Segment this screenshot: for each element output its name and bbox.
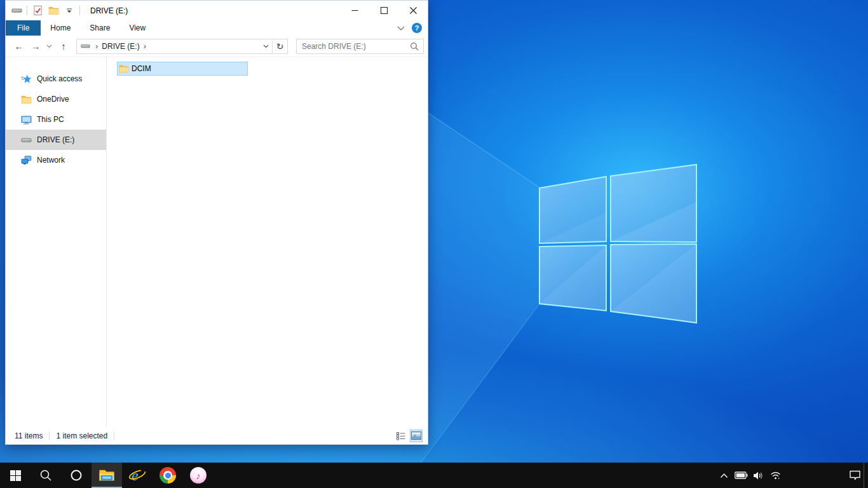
status-bar: 11 items 1 item selected bbox=[6, 427, 428, 444]
tab-file[interactable]: File bbox=[6, 20, 41, 36]
sidebar-item-drive-e[interactable]: DRIVE (E:) bbox=[6, 130, 106, 150]
wifi-icon[interactable] bbox=[767, 463, 784, 488]
details-view-button[interactable] bbox=[395, 430, 407, 442]
start-button[interactable] bbox=[0, 463, 31, 488]
new-folder-button[interactable] bbox=[48, 5, 59, 17]
recent-locations-chevron-icon[interactable] bbox=[44, 44, 54, 48]
address-drive-icon bbox=[81, 41, 90, 51]
file-list[interactable]: DCIM bbox=[107, 57, 428, 427]
sidebar-item-label: Network bbox=[37, 156, 65, 165]
internet-explorer-icon: e bbox=[128, 466, 146, 484]
search-icon bbox=[39, 469, 52, 482]
drive-icon bbox=[21, 135, 32, 146]
tab-view[interactable]: View bbox=[119, 20, 155, 36]
window-title: DRIVE (E:) bbox=[90, 6, 128, 15]
cortana-circle-icon bbox=[70, 469, 83, 482]
navigation-bar: ← → ↑ › DRIVE (E:) › ↻ bbox=[6, 36, 428, 57]
file-explorer-taskbar-button[interactable] bbox=[92, 463, 122, 488]
chrome-taskbar-button[interactable] bbox=[153, 463, 183, 488]
drive-icon bbox=[11, 5, 22, 17]
sidebar-item-network[interactable]: Network bbox=[6, 150, 106, 170]
itunes-taskbar-button[interactable]: ♪ bbox=[183, 463, 214, 488]
chrome-icon bbox=[159, 467, 176, 484]
up-button[interactable]: ↑ bbox=[55, 41, 72, 51]
sidebar-item-label: DRIVE (E:) bbox=[37, 135, 74, 144]
file-name: DCIM bbox=[132, 64, 151, 73]
breadcrumb-separator-icon: › bbox=[93, 42, 100, 50]
large-icons-view-button[interactable] bbox=[410, 430, 423, 442]
selection-count: 1 item selected bbox=[56, 431, 107, 440]
navigation-pane: Quick access OneDrive This PC DRIVE (E:) bbox=[6, 57, 107, 427]
hidden-icons-chevron-icon[interactable] bbox=[715, 463, 733, 488]
ribbon-tabs: File Home Share View ? bbox=[6, 20, 428, 36]
itunes-icon: ♪ bbox=[190, 467, 207, 484]
status-separator bbox=[114, 431, 114, 440]
toolbar-separator bbox=[27, 6, 27, 15]
internet-explorer-taskbar-button[interactable]: e bbox=[122, 463, 153, 488]
tray-empty-area bbox=[784, 463, 846, 488]
tab-share[interactable]: Share bbox=[80, 20, 119, 36]
toolbar-separator bbox=[79, 6, 80, 15]
breadcrumb-drive[interactable]: DRIVE (E:) bbox=[100, 42, 140, 51]
search-box bbox=[296, 39, 424, 54]
music-note-glyph: ♪ bbox=[196, 470, 201, 481]
cortana-button[interactable] bbox=[61, 463, 92, 488]
tab-home[interactable]: Home bbox=[41, 20, 80, 36]
quick-access-toolbar: DRIVE (E:) bbox=[6, 5, 128, 17]
network-icon bbox=[21, 155, 32, 166]
sidebar-item-label: This PC bbox=[37, 115, 64, 124]
sidebar-item-this-pc[interactable]: This PC bbox=[6, 109, 106, 130]
sidebar-item-label: Quick access bbox=[37, 74, 82, 83]
sidebar-item-label: OneDrive bbox=[37, 95, 69, 104]
battery-icon[interactable] bbox=[733, 463, 750, 488]
items-count: 11 items bbox=[15, 431, 43, 440]
maximize-button[interactable] bbox=[369, 1, 398, 20]
sidebar-item-onedrive[interactable]: OneDrive bbox=[6, 89, 106, 109]
forward-button[interactable]: → bbox=[27, 41, 44, 51]
help-button[interactable]: ? bbox=[412, 23, 422, 33]
taskbar: e ♪ bbox=[0, 463, 868, 488]
file-item-dcim[interactable]: DCIM bbox=[117, 62, 248, 76]
title-bar[interactable]: DRIVE (E:) bbox=[6, 1, 428, 20]
show-desktop-button[interactable] bbox=[864, 463, 868, 488]
minimize-button[interactable] bbox=[340, 1, 369, 20]
status-separator bbox=[49, 431, 50, 440]
windows-logo-icon bbox=[10, 470, 21, 481]
customize-qat-chevron-icon[interactable] bbox=[64, 5, 75, 17]
action-center-button[interactable] bbox=[846, 463, 864, 488]
search-icon[interactable] bbox=[410, 42, 419, 51]
folder-icon bbox=[119, 64, 129, 74]
refresh-button[interactable]: ↻ bbox=[272, 39, 287, 53]
this-pc-monitor-icon bbox=[21, 114, 32, 125]
expand-ribbon-chevron-icon[interactable] bbox=[397, 24, 405, 32]
quick-access-star-icon bbox=[21, 74, 32, 85]
breadcrumb-separator-icon: › bbox=[141, 42, 149, 50]
search-input[interactable] bbox=[297, 41, 410, 51]
svg-text:e: e bbox=[132, 467, 139, 484]
caption-buttons bbox=[340, 1, 428, 20]
taskbar-search-button[interactable] bbox=[31, 463, 61, 488]
file-explorer-icon bbox=[98, 467, 115, 484]
system-tray bbox=[715, 463, 868, 488]
address-dropdown-chevron-icon[interactable] bbox=[259, 39, 272, 53]
close-button[interactable] bbox=[398, 1, 428, 20]
folder-icon bbox=[21, 94, 32, 105]
address-bar[interactable]: › DRIVE (E:) › ↻ bbox=[76, 39, 288, 54]
back-button[interactable]: ← bbox=[11, 41, 27, 51]
desktop: DRIVE (E:) File Home bbox=[0, 0, 868, 488]
sidebar-item-quick-access[interactable]: Quick access bbox=[6, 69, 106, 89]
file-explorer-window: DRIVE (E:) File Home bbox=[5, 0, 428, 445]
volume-icon[interactable] bbox=[750, 463, 767, 488]
properties-button[interactable] bbox=[32, 5, 43, 17]
